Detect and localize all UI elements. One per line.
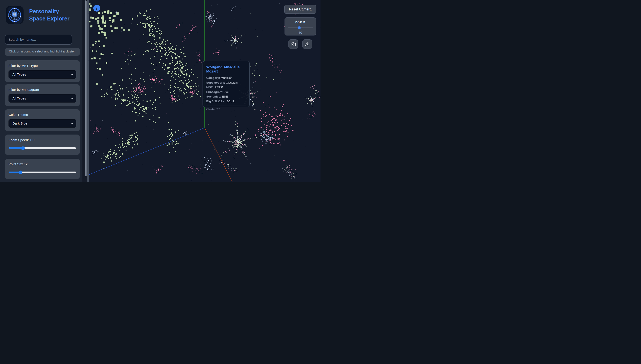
- tooltip-row: Enneagram: 7w6: [206, 90, 246, 94]
- tooltip-rows: Category: MusicianSubcategory: Classical…: [206, 76, 246, 104]
- download-button[interactable]: [302, 40, 312, 49]
- hint-banner: Click on a point to select and highlight…: [5, 48, 80, 56]
- color-theme-select[interactable]: Dark Blue: [9, 119, 76, 128]
- zoom-panel-label: ZOOM: [285, 20, 316, 24]
- point-size-slider[interactable]: [9, 170, 76, 174]
- point-tooltip: Wolfgang Amadeus Mozart Category: Musici…: [202, 61, 250, 107]
- app-logo-icon: [6, 6, 24, 24]
- slider-thumb[interactable]: [19, 170, 22, 174]
- zoom-speed-card: Zoom Speed: 1.0: [5, 134, 80, 155]
- slider-thumb[interactable]: [21, 146, 25, 150]
- zoom-value: 50: [285, 31, 316, 34]
- tooltip-cluster-label: Cluster 27: [206, 108, 246, 111]
- zoom-panel: ZOOM 50: [285, 18, 316, 36]
- zoom-speed-slider[interactable]: [9, 146, 76, 150]
- page-title-line1: Personality: [29, 8, 70, 15]
- tooltip-row: Subcategory: Classical: [206, 80, 246, 85]
- filter-card-mbti: Filter by MBTI Type All Types: [5, 60, 80, 82]
- page-title-line2: Space Explorer: [29, 15, 70, 22]
- enneagram-select-wrap: All Types: [9, 94, 76, 102]
- scatter-viewport: i Reset Camera ZOOM 50 Wolfga: [89, 0, 320, 182]
- color-theme-card: Color Theme Dark Blue: [5, 109, 80, 131]
- color-theme-label: Color Theme: [9, 113, 76, 117]
- tooltip-row: MBTI: ESFP: [206, 85, 246, 90]
- enneagram-filter-label: Filter by Enneagram: [9, 88, 76, 92]
- zoom-speed-label: Zoom Speed: 1.0: [9, 138, 76, 142]
- download-icon: [305, 42, 310, 46]
- brand: Personality Space Explorer: [6, 6, 82, 24]
- tooltip-row: Category: Musician: [206, 76, 246, 80]
- sidebar-scrollbar-thumb[interactable]: [85, 0, 87, 176]
- tooltip-row: Big 5 SLOAN: SCUAI: [206, 99, 246, 104]
- sidebar-scrollbar: [82, 0, 87, 182]
- app-window: Personality Space Explorer Click on a po…: [0, 0, 320, 182]
- slider-fill: [9, 148, 23, 149]
- zoom-slider-thumb[interactable]: [298, 26, 301, 30]
- mbti-select[interactable]: All Types: [9, 70, 76, 78]
- sidebar: Personality Space Explorer Click on a po…: [0, 0, 82, 182]
- tooltip-divider: [206, 106, 246, 106]
- tooltip-row: Socionics: ESE: [206, 94, 246, 99]
- sidebar-divider: [87, 0, 89, 182]
- screenshot-button[interactable]: [288, 40, 298, 49]
- mbti-filter-label: Filter by MBTI Type: [9, 64, 76, 68]
- point-size-label: Point Size: 2: [9, 162, 76, 166]
- point-size-card: Point Size: 2: [5, 159, 80, 179]
- tooltip-title: Wolfgang Amadeus Mozart: [206, 65, 246, 73]
- mbti-select-wrap: All Types: [9, 70, 76, 78]
- color-theme-select-wrap: Dark Blue: [9, 119, 76, 128]
- zoom-slider[interactable]: [288, 26, 313, 29]
- page-title: Personality Space Explorer: [29, 8, 70, 22]
- enneagram-select[interactable]: All Types: [9, 94, 76, 102]
- filter-card-enneagram: Filter by Enneagram All Types: [5, 84, 80, 106]
- info-icon: i: [96, 6, 97, 11]
- camera-icon: [291, 42, 296, 46]
- reset-camera-button[interactable]: Reset Camera: [284, 5, 316, 14]
- search-input[interactable]: [5, 34, 72, 45]
- info-button[interactable]: i: [93, 5, 100, 12]
